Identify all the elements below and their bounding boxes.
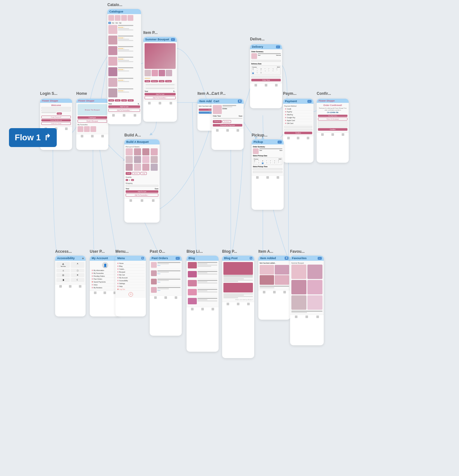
flower-7[interactable] <box>142 156 149 163</box>
nav-user-icon[interactable] <box>247 303 250 305</box>
forgot-password-btn[interactable]: Forgot Password? <box>41 116 71 119</box>
item-page-screen[interactable]: Summer Bouquet ← ★★★★☆ Small Medium Larg… <box>143 37 177 122</box>
pcal-cell[interactable]: M <box>254 160 255 162</box>
cal-cell[interactable]: 7 <box>276 70 278 72</box>
flower-8[interactable] <box>151 156 158 163</box>
thumb-3[interactable] <box>159 70 165 76</box>
cat-item-6[interactable]: ★★★★☆ <box>108 78 140 87</box>
blog-post-icon[interactable]: ✎ <box>250 257 252 259</box>
build-medium[interactable]: Medium <box>132 172 140 175</box>
cat-item-5[interactable]: ★★★★☆ <box>108 67 140 76</box>
cal-cell[interactable]: 9 <box>256 72 258 74</box>
cat-item-3[interactable]: ★★★★☆ <box>108 46 140 55</box>
nav-user-icon[interactable] <box>342 133 344 136</box>
menu-settings[interactable]: Settings <box>117 282 145 285</box>
pcal-cell[interactable]: S <box>274 160 275 162</box>
thumb-4[interactable] <box>166 70 172 76</box>
delivery-screen[interactable]: Delivery ← Order Summary Total Subtotal … <box>250 44 282 108</box>
googlepay-option[interactable]: Google Pay <box>284 116 312 119</box>
create-account-btn[interactable]: Create New Account <box>41 119 71 121</box>
nav-cart-icon[interactable] <box>123 114 125 117</box>
pcal-cell[interactable]: 5 <box>270 162 271 164</box>
nav-cart-icon[interactable] <box>226 129 229 132</box>
go-home-btn[interactable]: Go Home <box>222 120 231 123</box>
past-orders-back[interactable]: ← <box>176 257 180 260</box>
menu-account[interactable]: My Account <box>117 276 145 279</box>
wrapping-input[interactable] <box>126 185 158 187</box>
nav-cart-icon[interactable] <box>164 296 167 299</box>
blog-post-screen[interactable]: Blog Post ✎ Written and edited by Dilmit… <box>222 256 254 358</box>
nav-home-icon[interactable] <box>287 137 290 139</box>
pcal-cell[interactable]: 4 <box>266 162 267 164</box>
cal-cell[interactable]: 2 <box>256 70 258 72</box>
nav-cart-icon[interactable] <box>297 137 299 139</box>
fav-item-3[interactable] <box>291 280 306 294</box>
menu-past[interactable]: Past Orders <box>91 278 119 281</box>
build-add-fav[interactable]: Add To Favourites ♡ <box>126 193 158 197</box>
credit-option[interactable]: Credit <box>284 108 312 111</box>
nav-home-icon[interactable] <box>263 291 265 293</box>
menu-blog[interactable]: Blog <box>117 265 145 268</box>
pcal-cell[interactable]: T <box>266 160 267 162</box>
toggle-close-x[interactable]: ✕ <box>71 273 84 277</box>
blog-item-2[interactable] <box>188 271 217 279</box>
flower-9[interactable] <box>126 164 133 171</box>
catalogue-screen[interactable]: Catalogue All Cat Cat Cat ★★★★☆ <box>107 9 141 124</box>
fav-item-1[interactable] <box>291 265 306 279</box>
size-sm[interactable]: Small <box>145 80 150 82</box>
return-home-btn[interactable]: Return To Homepage <box>318 118 347 120</box>
home-screen[interactable]: Flower Shoppe Browse The Bouquet Catalog… <box>76 99 108 150</box>
order-now-btn[interactable]: Order Now <box>251 79 281 81</box>
blog-item-5[interactable] <box>188 298 217 304</box>
menu-pending[interactable]: Pending Orders <box>91 275 119 278</box>
pickup-info-input[interactable] <box>253 171 282 173</box>
confirm-btn[interactable]: Confirm <box>318 128 347 131</box>
delivery-back[interactable]: ← <box>276 45 280 48</box>
nav-home-icon[interactable] <box>81 135 83 137</box>
add-to-fav-btn[interactable]: Add To Favourites ♡ <box>145 96 176 99</box>
nav-cart-icon[interactable] <box>159 102 161 104</box>
cal-cell[interactable]: S <box>276 69 278 70</box>
pcal-cell[interactable]: 1 <box>254 162 255 164</box>
nav-user-icon[interactable] <box>101 135 104 137</box>
cat-item-1[interactable]: ★★★★☆ <box>108 25 140 34</box>
nav-cart-icon[interactable] <box>266 176 269 179</box>
view-orders-btn[interactable]: View My Orders <box>318 115 347 117</box>
size-large-btn[interactable]: Large <box>115 99 121 102</box>
cal-cell[interactable]: T <box>264 69 266 70</box>
add-to-cart-btn[interactable]: Add To Cart <box>145 93 176 95</box>
menu-screen[interactable]: Menu ✎ Home Blog Catalo... Bouquet My Ca… <box>115 256 146 316</box>
login-btn[interactable]: Login <box>57 112 62 115</box>
nav-home-icon[interactable] <box>227 303 229 305</box>
favourites-back[interactable]: ← <box>318 257 322 260</box>
cat-item-2[interactable]: ★★★★☆ <box>108 36 140 45</box>
pcal-cell[interactable]: S <box>278 160 280 162</box>
pcal-cell[interactable]: T <box>258 160 259 162</box>
toggle-text-size2[interactable]: A <box>71 262 84 268</box>
size-xl[interactable]: XLarge <box>165 80 172 82</box>
nav-cart-icon[interactable] <box>331 133 334 136</box>
menu-catalo[interactable]: Catalo... <box>117 268 145 271</box>
pcal-cell[interactable]: 6 <box>274 162 275 164</box>
flower-3[interactable] <box>142 148 149 155</box>
size-sml2-btn[interactable]: Small <box>128 99 133 102</box>
nav-user-icon[interactable] <box>134 114 136 117</box>
nav-home-icon[interactable] <box>216 129 219 132</box>
filter-cat3[interactable]: Cat <box>119 22 122 24</box>
thumb-1[interactable] <box>145 70 151 76</box>
qty-minus[interactable]: - <box>126 179 128 181</box>
menu-favs[interactable]: My Favourites <box>91 272 119 275</box>
nav-home-icon[interactable] <box>94 291 96 294</box>
accessibility-screen[interactable]: Accessibility ⚙ A Text Size A ♫ □ ◎ ✕ <box>55 256 86 316</box>
nav-cart-icon[interactable] <box>69 285 71 288</box>
pcal-cell[interactable]: W <box>262 160 263 162</box>
cal-cell-selected[interactable]: 8 <box>252 72 254 74</box>
pcal-cell[interactable]: 7 <box>278 162 280 164</box>
cal-cell[interactable]: 1 <box>252 70 254 72</box>
flower-2[interactable] <box>134 148 141 155</box>
nav-user-icon[interactable] <box>170 102 172 104</box>
nav-cart-icon[interactable] <box>201 308 204 310</box>
paypal-option[interactable]: PayPal <box>284 111 312 113</box>
confirm-payment-btn[interactable]: Confirm <box>284 132 312 134</box>
afterpay-radio[interactable] <box>285 114 286 115</box>
